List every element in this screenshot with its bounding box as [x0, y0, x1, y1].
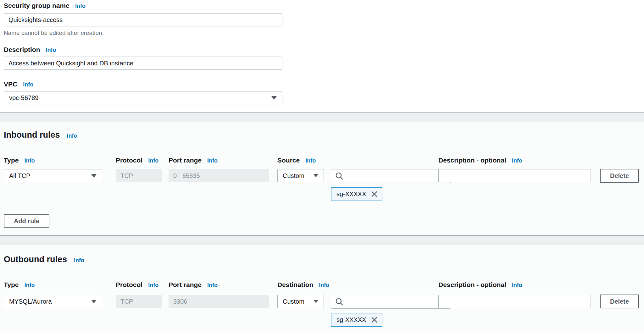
- outbound-delete-rule-button[interactable]: Delete: [600, 295, 639, 308]
- outbound-destination-info-link[interactable]: Info: [319, 282, 329, 289]
- vpc-label: VPC: [4, 80, 17, 88]
- inbound-type-header: Type Info: [4, 157, 102, 164]
- close-icon: [371, 190, 378, 198]
- vpc-selected-value: vpc-56789: [9, 94, 38, 102]
- inbound-source-label: Source: [277, 157, 300, 164]
- outbound-title-row: Outbound rules Info: [4, 255, 84, 264]
- inbound-remove-source-tag-button[interactable]: [370, 190, 379, 198]
- description-input[interactable]: [4, 57, 282, 70]
- inbound-title-rule: [0, 150, 644, 150]
- outbound-port-range-info-link[interactable]: Info: [207, 282, 218, 289]
- outbound-destination-search: [331, 295, 429, 308]
- inbound-port-range-header: Port range Info: [169, 157, 269, 164]
- inbound-source-mode-value: Custom: [283, 172, 304, 179]
- close-icon: [371, 316, 378, 323]
- outbound-destination-mode-select[interactable]: Custom: [277, 295, 324, 308]
- outbound-port-range-input: [169, 295, 269, 308]
- inbound-port-range-info-link[interactable]: Info: [207, 157, 218, 164]
- outbound-description-label: Description - optional: [438, 281, 506, 289]
- outbound-destination-tag-label: sg-XXXXX: [336, 316, 366, 323]
- security-group-name-label-row: Security group name Info: [4, 2, 86, 9]
- inbound-protocol-header: Protocol Info: [116, 157, 162, 164]
- inbound-description-info-link[interactable]: Info: [512, 157, 522, 164]
- inbound-protocol-info-link[interactable]: Info: [148, 157, 158, 164]
- inbound-section-title: Inbound rules: [4, 130, 60, 140]
- section-divider: [0, 235, 644, 245]
- outbound-destination-label: Destination: [277, 281, 313, 289]
- inbound-type-label: Type: [4, 157, 19, 164]
- inbound-type-select[interactable]: All TCP: [4, 169, 102, 182]
- chevron-down-icon: [91, 174, 97, 178]
- inbound-source-header: Source Info: [277, 157, 324, 164]
- security-group-name-help: Name cannot be edited after creation.: [4, 30, 104, 36]
- vpc-select[interactable]: vpc-56789: [4, 91, 282, 104]
- chevron-down-icon: [91, 300, 97, 304]
- inbound-protocol-label: Protocol: [116, 157, 142, 164]
- outbound-type-selected-value: MYSQL/Aurora: [9, 298, 52, 305]
- inbound-type-info-link[interactable]: Info: [24, 157, 35, 164]
- inbound-source-search: [331, 169, 429, 182]
- outbound-info-link[interactable]: Info: [74, 257, 84, 264]
- outbound-section-title: Outbound rules: [4, 255, 67, 264]
- inbound-source-search-input[interactable]: [331, 169, 451, 183]
- inbound-rule-description-input[interactable]: [438, 169, 591, 182]
- security-group-name-label: Security group name: [4, 2, 69, 9]
- inbound-type-selected-value: All TCP: [9, 172, 30, 179]
- outbound-type-header: Type Info: [4, 281, 102, 289]
- outbound-destination-header: Destination Info: [277, 281, 324, 289]
- vpc-label-row: VPC Info: [4, 80, 33, 88]
- outbound-rule-description-input[interactable]: [438, 295, 591, 308]
- inbound-source-tag: sg-XXXXX: [331, 187, 382, 201]
- outbound-type-select[interactable]: MYSQL/Aurora: [4, 295, 102, 308]
- outbound-remove-destination-tag-button[interactable]: [370, 316, 379, 324]
- inbound-source-tag-label: sg-XXXXX: [336, 190, 366, 198]
- description-label-row: Description Info: [4, 46, 56, 53]
- add-rule-button[interactable]: Add rule: [4, 214, 49, 228]
- outbound-port-range-header: Port range Info: [169, 281, 269, 289]
- outbound-protocol-input: [116, 295, 162, 308]
- chevron-down-icon: [271, 96, 277, 100]
- outbound-description-header: Description - optional Info: [438, 281, 591, 289]
- chevron-down-icon: [313, 174, 319, 178]
- inbound-title-row: Inbound rules Info: [4, 130, 77, 140]
- section-divider: [0, 112, 644, 122]
- outbound-title-rule: [0, 273, 644, 273]
- create-security-group-page: Security group name Info Name cannot be …: [0, 0, 644, 331]
- inbound-description-label: Description - optional: [438, 157, 506, 164]
- inbound-info-link[interactable]: Info: [67, 133, 77, 139]
- inbound-source-mode-select[interactable]: Custom: [277, 169, 324, 182]
- inbound-delete-rule-button[interactable]: Delete: [600, 169, 639, 183]
- inbound-source-info-link[interactable]: Info: [305, 157, 316, 164]
- security-group-name-info-link[interactable]: Info: [75, 3, 86, 9]
- outbound-destination-search-input[interactable]: [331, 295, 451, 309]
- outbound-protocol-header: Protocol Info: [116, 281, 162, 289]
- outbound-type-label: Type: [4, 281, 19, 289]
- inbound-port-range-input: [169, 169, 269, 182]
- description-label: Description: [4, 46, 40, 53]
- outbound-type-info-link[interactable]: Info: [24, 282, 35, 289]
- inbound-protocol-input: [116, 169, 162, 182]
- outbound-description-info-link[interactable]: Info: [512, 282, 522, 289]
- outbound-protocol-label: Protocol: [116, 281, 142, 289]
- chevron-down-icon: [313, 300, 319, 303]
- inbound-description-header: Description - optional Info: [438, 157, 591, 164]
- outbound-destination-mode-value: Custom: [283, 298, 304, 305]
- outbound-port-range-label: Port range: [169, 281, 202, 289]
- vpc-info-link[interactable]: Info: [23, 81, 33, 88]
- security-group-name-input[interactable]: [4, 13, 282, 26]
- description-info-link[interactable]: Info: [46, 47, 56, 53]
- outbound-destination-tag: sg-XXXXX: [331, 313, 382, 327]
- outbound-protocol-info-link[interactable]: Info: [148, 282, 158, 289]
- inbound-port-range-label: Port range: [169, 157, 202, 164]
